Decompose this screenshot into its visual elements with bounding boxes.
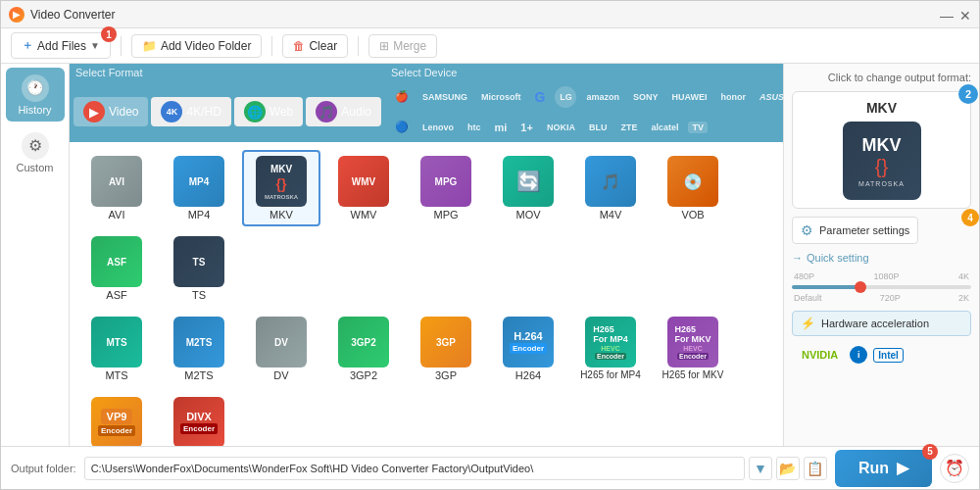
param-settings-button[interactable]: ⚙ Parameter settings	[792, 217, 918, 244]
dev-sony[interactable]: SONY	[629, 90, 662, 104]
dev-motorola[interactable]: 🔵	[391, 119, 413, 135]
run-button[interactable]: Run ▶	[835, 450, 932, 487]
format-item-wmv[interactable]: WMV WMV	[324, 150, 403, 226]
hd-format-button[interactable]: 4K 4K/HD	[151, 97, 230, 126]
format-item-mpg[interactable]: MPG MPG	[407, 150, 485, 226]
dev-honor[interactable]: honor	[716, 90, 750, 104]
3gp-icon: 3GP	[420, 317, 471, 368]
dev-tv[interactable]: TV	[688, 122, 708, 133]
select-format-panel: Select Format ▶ Video 4K 4K/HD 🌐 Web	[70, 64, 385, 142]
format-item-m4v[interactable]: 🎵 M4V	[571, 150, 650, 226]
mpg-icon: MPG	[420, 156, 471, 207]
format-item-asf[interactable]: ASF ASF	[77, 230, 156, 307]
title-bar-left: ▶ Video Converter	[9, 7, 116, 23]
dev-zte[interactable]: ZTE	[616, 121, 641, 134]
output-path-input[interactable]	[84, 457, 745, 480]
slider-track[interactable]	[792, 285, 971, 289]
hardware-acceleration-button[interactable]: ⚡ Hardware acceleration	[792, 311, 971, 336]
clear-button[interactable]: 🗑 Clear	[282, 34, 348, 58]
quick-icon: →	[792, 252, 803, 264]
format-item-h265mkv[interactable]: H265For MKV HEVC Encoder H265 for MKV	[654, 311, 732, 387]
format-item-3gp2[interactable]: 3GP2 3GP2	[324, 311, 403, 387]
quality-slider[interactable]: 480P 1080P 4K Default 720P 2K	[792, 271, 971, 303]
mts-label: MTS	[105, 369, 127, 381]
audio-format-button[interactable]: 🎵 Audio	[306, 97, 381, 126]
format-item-ts[interactable]: TS TS	[160, 230, 238, 307]
format-item-h265mp4[interactable]: H265For MP4 HEVC Encoder H265 for MP4	[571, 311, 650, 387]
path-dropdown-button[interactable]: ▼	[749, 457, 772, 480]
dev-microsoft[interactable]: Microsoft	[477, 90, 525, 104]
alarm-button[interactable]: ⏰	[940, 454, 969, 483]
hw-icon: ⚡	[801, 317, 815, 330]
param-settings-label: Parameter settings	[819, 224, 909, 236]
format-item-mp4[interactable]: MP4 MP4	[160, 150, 238, 226]
nvidia-logo: NVIDIA	[796, 347, 844, 363]
clear-label: Clear	[309, 39, 337, 53]
web-label: Web	[270, 105, 293, 119]
h264-label: H264	[515, 369, 541, 381]
add-files-label: Add Files	[37, 39, 86, 53]
main-content: 🕐 History ⚙ Custom Select Format ▶ Video	[1, 64, 979, 446]
dev-alcatel[interactable]: alcatel	[647, 121, 682, 134]
dev-samsung[interactable]: SAMSUNG	[418, 90, 471, 104]
mp4-icon: MP4	[173, 156, 224, 207]
trash-icon: 🗑	[293, 39, 305, 53]
dev-huawei[interactable]: HUAWEI	[667, 90, 710, 104]
dev-google[interactable]: G	[531, 87, 550, 107]
avi-label: AVI	[109, 209, 125, 220]
format-item-vp9[interactable]: VP9 Encoder VP9	[77, 391, 156, 446]
avi-icon: AVI	[91, 156, 142, 207]
format-item-h264[interactable]: H.264 Encoder H264	[489, 311, 567, 387]
sidebar-item-custom[interactable]: ⚙ Custom	[6, 125, 65, 179]
merge-button[interactable]: ⊞ Merge	[368, 34, 437, 58]
toolbar-separator-3	[358, 36, 359, 56]
format-label: Select Format	[70, 64, 385, 81]
m4v-icon: 🎵	[585, 156, 636, 207]
dev-nokia[interactable]: NOKIA	[543, 121, 579, 134]
minimize-button[interactable]: —	[940, 9, 952, 21]
intel-circle: i	[850, 346, 867, 364]
asf-icon: ASF	[91, 236, 142, 287]
format-item-vob[interactable]: 💿 VOB	[654, 150, 732, 226]
quick-setting-text: Quick setting	[807, 252, 869, 264]
close-button[interactable]: ✕	[959, 9, 971, 21]
app-title: Video Converter	[30, 8, 116, 22]
dev-lg[interactable]: LG	[555, 86, 576, 108]
intel-logo: Intel	[873, 348, 904, 363]
open-folder-button[interactable]: 📋	[804, 457, 827, 480]
rp-badge: 2	[958, 84, 978, 104]
dev-oneplus[interactable]: 1+	[516, 120, 537, 135]
device-logos-row2: 🔵 Lenovo htc mi 1+ NOKIA BLU ZTE alcatel…	[385, 112, 783, 142]
hw-accel-label: Hardware acceleration	[821, 318, 929, 329]
history-icon: 🕐	[22, 74, 49, 102]
sidebar-item-history[interactable]: 🕐 History	[6, 68, 65, 122]
add-files-button[interactable]: ＋ Add Files ▼	[11, 32, 111, 59]
dev-lenovo[interactable]: Lenovo	[418, 121, 458, 134]
rp-title: Click to change output format:	[792, 72, 971, 83]
format-item-3gp[interactable]: 3GP 3GP	[407, 311, 485, 387]
dev-mi[interactable]: mi	[491, 120, 512, 135]
add-video-folder-label: Add Video Folder	[161, 39, 252, 53]
format-item-dv[interactable]: DV DV	[242, 311, 320, 387]
format-item-mts[interactable]: MTS MTS	[77, 311, 156, 387]
dev-apple[interactable]: 🍎	[391, 88, 413, 105]
format-item-m2ts[interactable]: M2TS M2TS	[160, 311, 238, 387]
dev-amazon[interactable]: amazon	[582, 90, 623, 104]
dev-asus[interactable]: ASUS	[756, 90, 783, 104]
add-video-folder-button[interactable]: 📁 Add Video Folder	[131, 34, 263, 58]
format-item-mov[interactable]: 🔄 MOV	[489, 150, 567, 226]
dev-blu[interactable]: BLU	[585, 121, 612, 134]
label-4k: 4K	[958, 271, 969, 281]
web-format-button[interactable]: 🌐 Web	[234, 97, 303, 126]
m2ts-icon: M2TS	[173, 317, 224, 368]
format-item-mkv[interactable]: MKV {} MATROSKA MKV	[242, 150, 320, 226]
slider-thumb[interactable]	[855, 281, 866, 293]
rp-format-name: MKV	[866, 100, 897, 116]
format-item-avi[interactable]: AVI AVI	[77, 150, 156, 226]
browse-folder-button[interactable]: 📂	[776, 457, 800, 480]
dev-htc[interactable]: htc	[464, 121, 485, 134]
app-window: ▶ Video Converter — ✕ ＋ Add Files ▼ 1 📁 …	[0, 0, 980, 490]
video-format-button[interactable]: ▶ Video	[74, 97, 148, 126]
format-item-divx[interactable]: DIVX Encoder DIVX	[160, 391, 238, 446]
mkv-label: MKV	[270, 209, 293, 220]
